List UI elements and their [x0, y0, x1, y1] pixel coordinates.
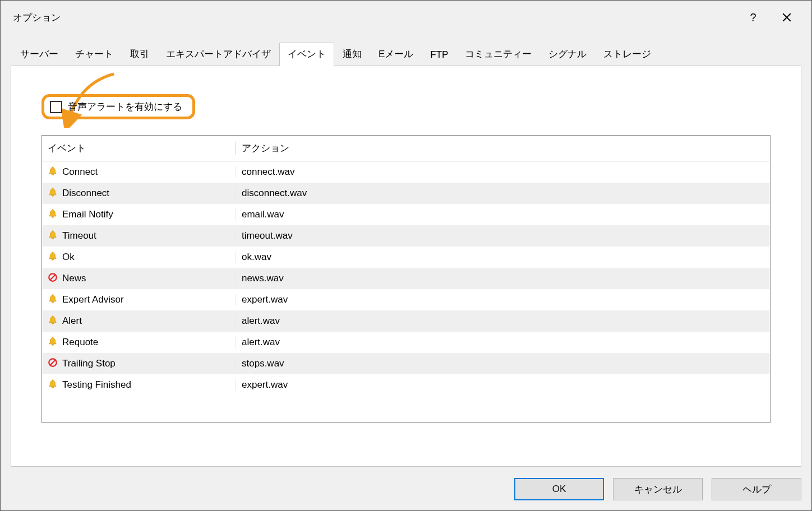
events-table: イベント アクション Connectconnect.wavDisconnectd…	[41, 135, 771, 423]
forbid-icon	[48, 357, 58, 370]
table-header-row: イベント アクション	[42, 136, 770, 161]
bell-icon	[48, 230, 58, 243]
titlebar: オプション ?	[1, 1, 811, 34]
tab-9[interactable]: シグナル	[540, 43, 595, 66]
action-cell: email.wav	[236, 209, 770, 220]
options-dialog: オプション ? サーバーチャート取引エキスパートアドバイザイベント通知EメールF…	[0, 0, 812, 511]
tab-4[interactable]: イベント	[279, 43, 334, 66]
button-bar: OK キャンセル ヘルプ	[11, 467, 801, 500]
bell-icon	[48, 208, 58, 221]
table-row[interactable]: Connectconnect.wav	[42, 161, 770, 183]
event-cell: Disconnect	[42, 187, 236, 200]
table-row[interactable]: Newsnews.wav	[42, 268, 770, 289]
bell-icon	[48, 294, 58, 306]
table-row[interactable]: Email Notifyemail.wav	[42, 204, 770, 225]
event-cell: Timeout	[42, 230, 236, 243]
table-row[interactable]: Disconnectdisconnect.wav	[42, 183, 770, 204]
bell-icon	[48, 251, 58, 264]
event-name: Ok	[62, 252, 75, 263]
event-cell: Requote	[42, 336, 236, 349]
event-cell: Trailing Stop	[42, 357, 236, 370]
bell-icon	[48, 379, 58, 392]
annotation-highlight: 音声アラートを有効にする	[41, 94, 195, 119]
event-cell: Testing Finished	[42, 379, 236, 392]
event-cell: Email Notify	[42, 208, 236, 221]
table-row[interactable]: Expert Advisorexpert.wav	[42, 289, 770, 310]
event-name: Connect	[62, 166, 98, 178]
event-cell: Connect	[42, 166, 236, 179]
tab-0[interactable]: サーバー	[12, 43, 67, 66]
bell-icon	[48, 336, 58, 349]
event-name: Expert Advisor	[62, 294, 124, 305]
svg-line-3	[50, 360, 56, 365]
table-row[interactable]: Requotealert.wav	[42, 332, 770, 353]
svg-line-1	[50, 275, 56, 280]
event-name: News	[62, 273, 86, 284]
action-cell: expert.wav	[236, 294, 770, 305]
action-cell: timeout.wav	[236, 230, 770, 241]
action-cell: stops.wav	[236, 358, 770, 369]
event-name: Requote	[62, 337, 98, 348]
dialog-title: オプション	[13, 11, 736, 24]
event-name: Email Notify	[62, 209, 113, 220]
action-cell: news.wav	[236, 273, 770, 284]
action-cell: ok.wav	[236, 252, 770, 263]
tab-panel-events: 音声アラートを有効にする イベント アクション Connectconnect.w…	[11, 66, 801, 467]
action-cell: disconnect.wav	[236, 188, 770, 199]
close-icon[interactable]	[770, 6, 804, 29]
event-name: Timeout	[62, 230, 96, 241]
event-cell: Alert	[42, 315, 236, 328]
event-name: Alert	[62, 315, 82, 327]
table-row[interactable]: Testing Finishedexpert.wav	[42, 374, 770, 396]
table-row[interactable]: Timeouttimeout.wav	[42, 225, 770, 247]
tab-8[interactable]: コミュニティー	[456, 43, 540, 66]
bell-icon	[48, 166, 58, 179]
header-action[interactable]: アクション	[236, 142, 770, 155]
tab-3[interactable]: エキスパートアドバイザ	[158, 43, 279, 66]
enable-sound-alerts-checkbox[interactable]	[50, 101, 62, 113]
cancel-button[interactable]: キャンセル	[613, 478, 703, 500]
tab-6[interactable]: Eメール	[370, 43, 422, 66]
action-cell: alert.wav	[236, 337, 770, 348]
ok-button[interactable]: OK	[514, 478, 604, 500]
event-name: Testing Finished	[62, 379, 131, 391]
tab-2[interactable]: 取引	[122, 43, 158, 66]
action-cell: connect.wav	[236, 166, 770, 178]
tab-10[interactable]: ストレージ	[595, 43, 659, 66]
tab-1[interactable]: チャート	[67, 43, 122, 66]
forbid-icon	[48, 272, 58, 285]
help-icon[interactable]: ?	[736, 6, 770, 29]
header-event[interactable]: イベント	[42, 142, 236, 155]
event-name: Trailing Stop	[62, 358, 116, 369]
action-cell: alert.wav	[236, 315, 770, 327]
bell-icon	[48, 187, 58, 200]
table-filler	[42, 396, 770, 422]
event-cell: News	[42, 272, 236, 285]
tabstrip: サーバーチャート取引エキスパートアドバイザイベント通知EメールFTPコミュニティ…	[11, 42, 801, 66]
tab-7[interactable]: FTP	[422, 44, 456, 66]
bell-icon	[48, 315, 58, 328]
table-row[interactable]: Alertalert.wav	[42, 310, 770, 332]
table-row[interactable]: Trailing Stopstops.wav	[42, 353, 770, 374]
event-cell: Ok	[42, 251, 236, 264]
action-cell: expert.wav	[236, 379, 770, 391]
event-name: Disconnect	[62, 188, 109, 199]
help-button[interactable]: ヘルプ	[712, 478, 801, 500]
enable-sound-alerts-label: 音声アラートを有効にする	[68, 100, 182, 113]
event-cell: Expert Advisor	[42, 294, 236, 306]
tab-5[interactable]: 通知	[334, 43, 370, 66]
client-area: サーバーチャート取引エキスパートアドバイザイベント通知EメールFTPコミュニティ…	[1, 34, 811, 510]
table-row[interactable]: Okok.wav	[42, 247, 770, 268]
